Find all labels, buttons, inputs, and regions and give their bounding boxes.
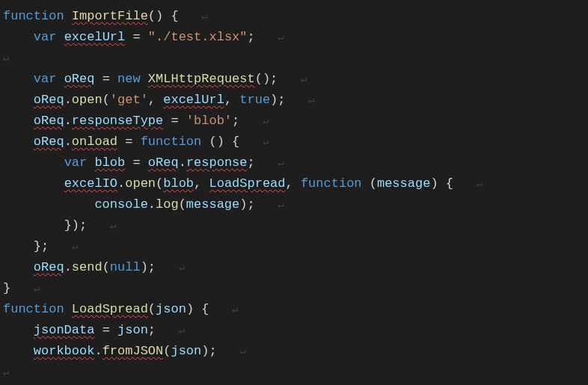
code-line: }); ↵ [3,215,585,236]
code-line: oReq.open('get', excelUrl, true); ↵ [3,90,585,111]
code-line: oReq.responseType = 'blob'; ↵ [3,111,585,132]
code-line: ↵ [3,362,585,383]
code-line: function ImportFile() { ↵ [3,6,585,27]
code-line: function LoadSpread(json) { ↵ [3,299,585,320]
code-line: var excelUrl = "./test.xlsx"; ↵ [3,27,585,48]
code-line: oReq.send(null); ↵ [3,257,585,278]
code-line: } ↵ [3,278,585,299]
code-line: var oReq = new XMLHttpRequest(); ↵ [3,69,585,90]
code-line: workbook.fromJSON(json); ↵ [3,341,585,362]
code-line: console.log(message); ↵ [3,194,585,215]
code-line: var blob = oReq.response; ↵ [3,153,585,173]
code-line: jsonData = json; ↵ [3,320,585,341]
code-line: oReq.onload = function () { ↵ [3,132,585,153]
code-line: ↵ [3,48,585,69]
code-line: }; ↵ [3,236,585,257]
code-editor[interactable]: function ImportFile() { ↵ var excelUrl =… [3,6,585,385]
code-line: excelIO.open(blob, LoadSpread, function … [3,173,585,194]
